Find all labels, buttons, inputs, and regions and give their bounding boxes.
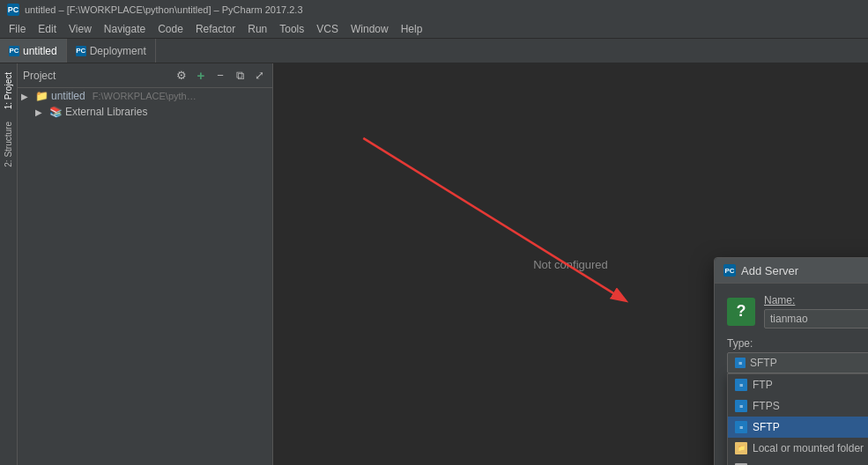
side-strip-structure[interactable]: 2: Structure — [2, 116, 15, 173]
main-area: 1: Project 2: Structure Project ⚙ + − ⧉ … — [0, 63, 868, 465]
tab-untitled-label: untitled — [23, 45, 57, 57]
move-btn[interactable]: ⤢ — [251, 68, 267, 84]
menu-navigate[interactable]: Navigate — [99, 21, 151, 37]
menu-vcs[interactable]: VCS — [311, 21, 344, 37]
panel-header: Project ⚙ + − ⧉ ⤢ — [18, 63, 272, 88]
tab-deployment-icon: PC — [76, 46, 86, 56]
menu-help[interactable]: Help — [396, 21, 428, 37]
ftp-icon: ≡ — [735, 379, 747, 391]
tab-deployment-label: Deployment — [90, 45, 146, 57]
option-inplace[interactable]: 📄 In place — [728, 459, 868, 465]
local-icon: 📁 — [735, 442, 747, 454]
tree-arrow-ext-libs: ▶ — [35, 107, 46, 117]
server-question-icon: ? — [727, 298, 755, 326]
add-btn[interactable]: + — [193, 68, 209, 84]
folder-icon-untitled: 📁 — [35, 90, 48, 102]
option-local-label: Local or mounted folder — [753, 442, 864, 454]
menu-run[interactable]: Run — [242, 21, 272, 37]
selected-type-label: SFTP — [750, 357, 777, 369]
tab-untitled[interactable]: PC untitled — [0, 39, 67, 63]
name-input[interactable] — [764, 309, 868, 328]
modal-title: Add Server — [741, 264, 868, 277]
menu-window[interactable]: Window — [345, 21, 394, 37]
content-area: Not configured PC Add Server × ? Name: — [273, 63, 868, 465]
name-field-section: Name: ↑↓ — [764, 294, 868, 328]
settings-btn[interactable]: ⚙ — [174, 68, 189, 84]
option-local[interactable]: 📁 Local or mounted folder — [728, 438, 868, 459]
app-icon: PC — [7, 4, 19, 16]
option-sftp-label: SFTP — [753, 421, 780, 433]
modal-body: ? Name: ↑↓ Type: — [715, 284, 868, 465]
option-ftps-label: FTPS — [753, 400, 780, 412]
project-panel: Project ⚙ + − ⧉ ⤢ ▶ 📁 untitled F:\WORKPL… — [18, 63, 273, 465]
side-strip-project[interactable]: 1: Project — [2, 67, 15, 114]
name-row: ? Name: ↑↓ — [727, 294, 868, 328]
type-label: Type: — [727, 337, 868, 350]
sftp-icon: ≡ — [735, 421, 747, 433]
panel-title: Project — [23, 70, 168, 82]
type-row: Type: ≡ SFTP ▼ ≡ FTP — [727, 337, 868, 465]
title-bar: PC untitled – [F:\WORKPLACE\python\untit… — [0, 0, 868, 19]
lib-icon: 📚 — [49, 106, 62, 118]
modal-title-bar: PC Add Server × — [715, 258, 868, 284]
tab-deployment[interactable]: PC Deployment — [67, 39, 156, 63]
window-title: untitled – [F:\WORKPLACE\python\untitled… — [25, 4, 303, 15]
add-server-modal: PC Add Server × ? Name: ↑↓ — [714, 257, 868, 465]
menu-file[interactable]: File — [4, 21, 31, 37]
ftps-icon: ≡ — [735, 400, 747, 412]
dropdown-list: ≡ FTP ≡ FTPS ≡ SFTP 📁 L — [727, 373, 868, 465]
remove-btn[interactable]: − — [212, 68, 228, 84]
menu-refactor[interactable]: Refactor — [190, 21, 241, 37]
option-ftp-label: FTP — [753, 379, 773, 391]
menu-code[interactable]: Code — [152, 21, 189, 37]
tree-arrow-untitled: ▶ — [21, 92, 32, 101]
tree-label-untitled: untitled — [51, 90, 85, 102]
menu-tools[interactable]: Tools — [274, 21, 309, 37]
menu-view[interactable]: View — [63, 21, 97, 37]
option-ftp[interactable]: ≡ FTP — [728, 374, 868, 395]
tab-bar: PC untitled PC Deployment — [0, 39, 868, 63]
copy-btn[interactable]: ⧉ — [232, 68, 248, 84]
option-ftps[interactable]: ≡ FTPS — [728, 395, 868, 417]
menu-bar: File Edit View Navigate Code Refactor Ru… — [0, 19, 868, 39]
tree-label-ext-libs: External Libraries — [65, 106, 147, 118]
side-strip: 1: Project 2: Structure — [0, 63, 18, 465]
tree-path-untitled: F:\WORKPLACE\python\untitl... — [93, 91, 198, 101]
tree-item-untitled[interactable]: ▶ 📁 untitled F:\WORKPLACE\python\untitl.… — [18, 88, 272, 104]
name-label: Name: — [764, 294, 868, 306]
type-dropdown[interactable]: ≡ SFTP ▼ — [727, 352, 868, 373]
tree-item-ext-libs[interactable]: ▶ 📚 External Libraries — [18, 104, 272, 120]
modal-pc-icon: PC — [723, 264, 736, 277]
menu-edit[interactable]: Edit — [33, 21, 62, 37]
sftp-icon-selected: ≡ — [735, 358, 746, 368]
option-sftp[interactable]: ≡ SFTP — [728, 417, 868, 438]
panel-toolbar: ⚙ + − ⧉ ⤢ — [174, 68, 267, 84]
tab-untitled-icon: PC — [9, 46, 19, 56]
